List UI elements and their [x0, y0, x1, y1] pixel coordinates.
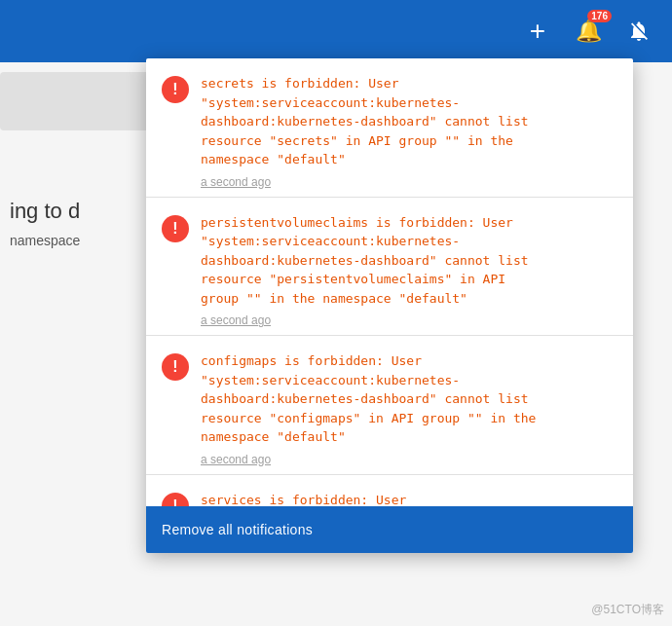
header: + 🔔 176 [0, 0, 672, 62]
notification-content-1: secrets is forbidden: User"system:servic… [201, 74, 617, 189]
error-icon-2: ! [162, 215, 189, 242]
notification-message-4: services is forbidden: User"system:servi… [201, 491, 617, 507]
notification-time-3[interactable]: a second ago [201, 453, 617, 466]
notification-message-1: secrets is forbidden: User"system:servic… [201, 74, 617, 169]
add-button[interactable]: + [520, 14, 555, 49]
error-icon-3: ! [162, 353, 189, 381]
remove-all-button[interactable]: Remove all notifications [146, 506, 633, 553]
error-icon-4: ! [162, 493, 189, 507]
bg-namespace-text: namespace [10, 233, 80, 248]
notifications-off-icon [627, 19, 651, 43]
notifications-button[interactable]: 🔔 176 [571, 14, 606, 49]
header-icons: + 🔔 176 [520, 14, 656, 49]
add-icon: + [530, 16, 545, 47]
notification-panel: ! secrets is forbidden: User"system:serv… [146, 58, 633, 553]
watermark: @51CTO博客 [591, 602, 664, 618]
notification-time-1[interactable]: a second ago [201, 175, 617, 189]
list-item: ! configmaps is forbidden: User"system:s… [146, 336, 633, 475]
notification-list[interactable]: ! secrets is forbidden: User"system:serv… [146, 58, 633, 506]
notification-time-2[interactable]: a second ago [201, 313, 617, 327]
bg-partial-text: ing to d [10, 199, 80, 224]
error-icon-1: ! [162, 76, 189, 103]
notification-content-2: persistentvolumeclaims is forbidden: Use… [201, 213, 617, 328]
notification-message-2: persistentvolumeclaims is forbidden: Use… [201, 213, 617, 309]
list-item: ! services is forbidden: User"system:ser… [146, 475, 633, 507]
notification-message-3: configmaps is forbidden: User"system:ser… [201, 351, 617, 447]
notifications-off-button[interactable] [621, 14, 656, 49]
notification-badge: 176 [587, 10, 612, 22]
notification-content-4: services is forbidden: User"system:servi… [201, 491, 617, 507]
list-item: ! secrets is forbidden: User"system:serv… [146, 58, 633, 198]
list-item: ! persistentvolumeclaims is forbidden: U… [146, 198, 633, 337]
notification-content-3: configmaps is forbidden: User"system:ser… [201, 351, 617, 466]
